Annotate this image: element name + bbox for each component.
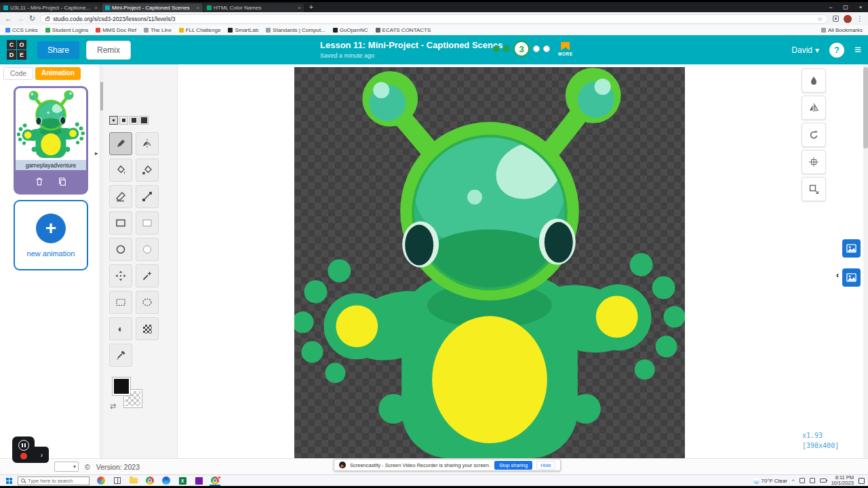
purple-app-button[interactable] bbox=[191, 475, 207, 486]
tab-code[interactable]: Code bbox=[3, 67, 33, 80]
bookmark-item[interactable]: ECATS CONTACTS bbox=[376, 27, 431, 33]
level-dot-complete[interactable] bbox=[493, 45, 500, 52]
primary-color-swatch[interactable] bbox=[113, 378, 130, 395]
selected-animation-card[interactable] bbox=[14, 86, 88, 195]
circle-tool[interactable] bbox=[109, 238, 132, 261]
weather-widget[interactable]: 70°F Clear bbox=[753, 478, 787, 484]
tab-close-icon[interactable]: × bbox=[298, 5, 301, 11]
back-button[interactable]: ← bbox=[5, 15, 12, 22]
pen-size-3[interactable] bbox=[130, 116, 138, 125]
lasso-select-tool[interactable] bbox=[136, 291, 159, 314]
window-close-button[interactable]: × bbox=[853, 2, 868, 12]
level-dot-complete[interactable] bbox=[503, 45, 510, 52]
task-view-button[interactable] bbox=[109, 475, 125, 486]
reload-button[interactable]: ↻ bbox=[29, 15, 35, 22]
pen-size-2[interactable] bbox=[119, 116, 128, 125]
move-tool[interactable] bbox=[109, 264, 132, 287]
tray-icon[interactable] bbox=[810, 478, 815, 483]
colorpicker-tool[interactable] bbox=[109, 344, 132, 367]
browser-tab-2-active[interactable]: Mini-Project - Captioned Scenes × bbox=[102, 3, 203, 12]
bookmark-item[interactable]: FLL Challenge bbox=[179, 27, 221, 33]
browser-menu-icon[interactable]: ⋮ bbox=[856, 15, 863, 22]
forward-button[interactable]: → bbox=[17, 15, 24, 22]
flip-button[interactable] bbox=[802, 96, 826, 120]
pen-size-4[interactable] bbox=[140, 116, 149, 125]
taskbar-app-colorful[interactable] bbox=[93, 475, 109, 486]
search-input[interactable] bbox=[28, 478, 82, 484]
taskbar-search[interactable] bbox=[18, 476, 90, 485]
drawing-canvas[interactable] bbox=[294, 67, 685, 458]
codeorg-logo[interactable]: C O D E bbox=[7, 40, 26, 60]
all-bookmarks-button[interactable]: All Bookmarks bbox=[821, 27, 863, 33]
file-explorer-button[interactable] bbox=[125, 475, 142, 486]
tray-icon[interactable] bbox=[800, 478, 805, 483]
remix-button[interactable]: Remix bbox=[86, 41, 131, 60]
animation-name-input[interactable] bbox=[16, 160, 86, 170]
bookmark-item[interactable]: Student Logins bbox=[45, 27, 88, 33]
level-dot-upcoming[interactable] bbox=[543, 45, 550, 52]
swap-colors-icon[interactable]: ⇄ bbox=[110, 402, 116, 411]
browser-tab-1[interactable]: U3L11 - Mini-Project - Captione... × bbox=[0, 3, 102, 12]
stroke-tool[interactable] bbox=[136, 185, 159, 208]
help-button[interactable]: ? bbox=[829, 43, 844, 58]
rectangle-tool[interactable] bbox=[109, 211, 132, 235]
animation-thumbnail[interactable] bbox=[16, 88, 86, 160]
address-bar[interactable]: studio.code.org/s/csd3-2023/lessons/11/l… bbox=[40, 14, 828, 24]
collapse-panel-chevron[interactable]: ‹ bbox=[836, 270, 839, 280]
image-panel-button-2[interactable] bbox=[842, 268, 861, 287]
version-select[interactable]: ▾ bbox=[54, 462, 79, 472]
bookmark-item[interactable]: MMS Doc Ref bbox=[96, 27, 136, 33]
new-animation-button[interactable]: + new animation bbox=[14, 200, 88, 270]
expand-recorder-button[interactable]: › bbox=[35, 447, 49, 463]
record-dot-icon[interactable] bbox=[20, 453, 27, 460]
trash-icon[interactable] bbox=[35, 177, 44, 186]
colorswap-bucket-tool[interactable] bbox=[136, 159, 159, 182]
scrollbar-thumb[interactable] bbox=[863, 67, 868, 148]
bookmark-item[interactable]: SmartLab bbox=[228, 27, 258, 33]
tray-expand-icon[interactable]: ^ bbox=[792, 478, 795, 484]
profile-avatar[interactable] bbox=[844, 15, 852, 23]
level-dot-upcoming[interactable] bbox=[533, 45, 540, 52]
taskbar-clock[interactable]: 8:11 PM 10/1/2023 bbox=[831, 475, 854, 486]
rect-select-tool[interactable] bbox=[109, 291, 132, 314]
window-minimize-button[interactable]: – bbox=[823, 2, 838, 12]
invert-colors-button[interactable] bbox=[802, 68, 826, 93]
more-levels-button[interactable]: MORE bbox=[558, 42, 573, 56]
tab-close-icon[interactable]: × bbox=[196, 5, 199, 11]
page-scrollbar[interactable] bbox=[863, 64, 868, 458]
filled-circle-tool[interactable] bbox=[136, 238, 159, 261]
tab-animation[interactable]: Animation bbox=[35, 67, 81, 80]
stop-sharing-button[interactable]: Stop sharing bbox=[494, 461, 532, 470]
vertical-mirror-pen-tool[interactable] bbox=[136, 132, 159, 155]
rotate-button[interactable] bbox=[802, 123, 826, 147]
user-menu[interactable]: David ▾ bbox=[791, 45, 819, 55]
duplicate-icon[interactable] bbox=[58, 177, 67, 186]
new-tab-button[interactable]: + bbox=[309, 3, 313, 11]
pen-tool[interactable] bbox=[109, 132, 132, 155]
bookmark-item[interactable]: The Linx bbox=[144, 27, 172, 33]
start-button[interactable] bbox=[0, 475, 18, 486]
pause-icon[interactable] bbox=[18, 440, 29, 451]
battery-icon[interactable] bbox=[820, 479, 827, 483]
chrome-button[interactable] bbox=[142, 475, 158, 486]
crop-resize-button[interactable] bbox=[802, 177, 826, 201]
lighten-tool[interactable]: ◐ bbox=[109, 317, 132, 340]
magic-wand-select-tool[interactable] bbox=[136, 264, 159, 287]
hide-banner-button[interactable]: Hide bbox=[536, 461, 555, 470]
extensions-icon[interactable] bbox=[833, 16, 839, 22]
paint-bucket-tool[interactable] bbox=[109, 159, 132, 182]
window-maximize-button[interactable]: ▢ bbox=[838, 2, 853, 12]
align-center-button[interactable] bbox=[802, 150, 826, 174]
panel-resize-handle[interactable]: ▸ bbox=[95, 150, 98, 157]
share-button[interactable]: Share bbox=[37, 41, 79, 59]
bookmark-star-icon[interactable]: ☆ bbox=[817, 16, 823, 22]
browser-tab-3[interactable]: HTML Color Names × bbox=[203, 3, 305, 12]
chrome-active-button[interactable] bbox=[207, 475, 223, 486]
bookmark-item[interactable]: CCS Links bbox=[5, 27, 38, 33]
excel-button[interactable]: X bbox=[174, 475, 191, 486]
image-panel-button-1[interactable] bbox=[842, 239, 861, 258]
pen-size-1[interactable] bbox=[109, 116, 118, 125]
current-level-bubble[interactable]: 3 bbox=[513, 41, 530, 57]
eraser-tool[interactable] bbox=[109, 185, 132, 208]
tab-close-icon[interactable]: × bbox=[94, 5, 98, 11]
